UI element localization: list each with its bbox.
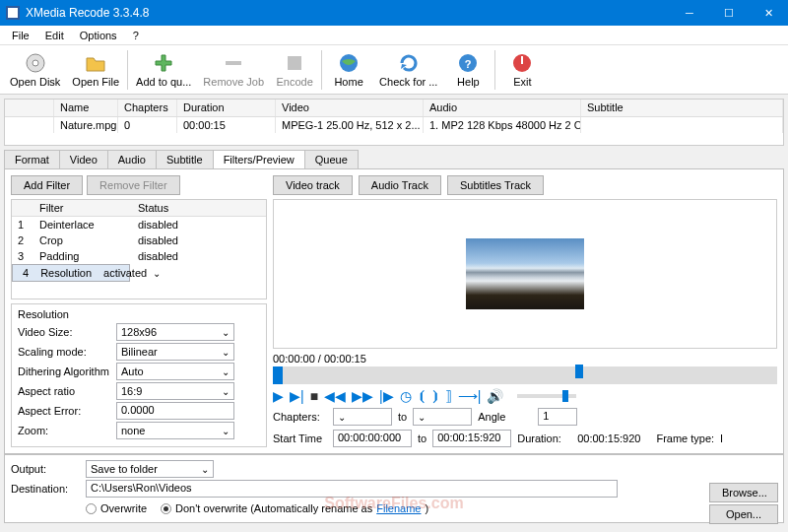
mark-out-icon[interactable]: ⟧ — [445, 388, 452, 404]
folder-icon — [85, 52, 106, 74]
goto-icon[interactable]: ⟶| — [458, 388, 482, 404]
output-panel: Output: Save to folder Destination: C:\U… — [4, 454, 784, 523]
open-file-button[interactable]: Open File — [66, 47, 125, 93]
col-chapters[interactable]: Chapters — [118, 100, 177, 116]
playback-controls: ▶ ▶| ■ ◀◀ ▶▶ |▶ ◷ ⦗ ⦘ ⟧ ⟶| 🔊 — [273, 388, 777, 404]
encode-icon — [284, 52, 305, 74]
menu-help[interactable]: ? — [125, 28, 147, 43]
app-icon — [6, 6, 20, 20]
timeline: 00:00:00 / 00:00:15 — [273, 353, 777, 386]
open-disk-button[interactable]: Open Disk — [4, 47, 66, 93]
subtitles-track-button[interactable]: Subtitles Track — [447, 175, 544, 195]
svg-point-2 — [33, 60, 38, 66]
aspect-ratio-select[interactable]: 16:9 — [116, 382, 234, 400]
toolbar: Open Disk Open File Add to qu... Remove … — [0, 45, 788, 95]
tab-audio[interactable]: Audio — [107, 150, 157, 168]
col-duration[interactable]: Duration — [177, 100, 276, 116]
tab-filters[interactable]: Filters/Preview — [213, 150, 305, 168]
svg-rect-0 — [8, 8, 18, 18]
title-bar: XMedia Recode 3.3.4.8 ─ ☐ ✕ — [0, 0, 788, 26]
start-time-input[interactable]: 00:00:00:000 — [333, 430, 412, 447]
open-button[interactable]: Open... — [709, 504, 778, 524]
add-filter-button[interactable]: Add Filter — [11, 175, 83, 195]
encode-button: Encode — [270, 47, 319, 93]
plus-icon — [153, 52, 174, 74]
play-icon[interactable]: ▶ — [273, 388, 284, 404]
file-table: Name Chapters Duration Video Audio Subti… — [4, 99, 784, 146]
duration-value: 00:00:15:920 — [577, 432, 640, 444]
overwrite-radio[interactable]: Overwrite — [86, 502, 147, 514]
step-icon[interactable]: |▶ — [379, 388, 394, 404]
filter-row[interactable]: 2Cropdisabled — [12, 233, 266, 248]
help-button[interactable]: ?Help — [443, 47, 492, 93]
clock-icon[interactable]: ◷ — [400, 388, 412, 404]
exit-button[interactable]: Exit — [497, 47, 547, 93]
destination-input[interactable]: C:\Users\Ron\Videos — [86, 480, 618, 498]
rewind-icon[interactable]: ◀◀ — [324, 388, 346, 404]
file-row[interactable]: Nature.mpg 0 00:00:15 MPEG-1 25.00 Hz, 5… — [5, 117, 783, 133]
col-video[interactable]: Video — [276, 100, 424, 116]
chapter-from-select[interactable] — [333, 408, 392, 426]
browse-button[interactable]: Browse... — [709, 483, 778, 502]
forward-icon[interactable]: ▶▶ — [352, 388, 373, 404]
seek-slider[interactable] — [273, 366, 777, 384]
svg-text:?: ? — [465, 58, 472, 70]
volume-icon[interactable]: 🔊 — [487, 388, 503, 404]
home-button[interactable]: Home — [324, 47, 373, 93]
tab-format[interactable]: Format — [4, 150, 60, 168]
video-size-select[interactable]: 128x96 — [116, 323, 234, 341]
filter-row[interactable]: 3Paddingdisabled — [12, 248, 266, 264]
time-position: 00:00:00 / 00:00:15 — [273, 353, 366, 365]
dont-overwrite-radio[interactable]: Don't overwrite (Automatically rename as… — [161, 502, 428, 514]
add-queue-button[interactable]: Add to qu... — [130, 47, 197, 93]
mark-in-icon[interactable]: ⦗ — [418, 388, 426, 404]
scaling-mode-select[interactable]: Bilinear — [116, 343, 234, 361]
remove-filter-button: Remove Filter — [87, 175, 179, 195]
zoom-select[interactable]: none — [116, 422, 234, 439]
col-audio[interactable]: Audio — [424, 100, 581, 116]
col-name[interactable]: Name — [54, 100, 118, 116]
filter-row[interactable]: 1Deinterlacedisabled — [12, 217, 266, 233]
video-track-button[interactable]: Video track — [273, 175, 353, 195]
preview-thumbnail — [466, 238, 584, 309]
remove-job-button: Remove Job — [197, 47, 270, 93]
check-updates-button[interactable]: Check for ... — [373, 47, 443, 93]
window-title: XMedia Recode 3.3.4.8 — [26, 6, 670, 20]
tabs: Format Video Audio Subtitle Filters/Prev… — [4, 150, 784, 168]
col-icon[interactable] — [5, 100, 54, 116]
exit-icon — [511, 52, 533, 74]
close-button[interactable]: ✕ — [749, 0, 788, 26]
mark-icon[interactable]: ⦘ — [431, 388, 439, 404]
disk-icon — [25, 52, 46, 74]
col-subtitle[interactable]: Subtitle — [581, 100, 783, 116]
dithering-select[interactable]: Auto — [116, 363, 234, 380]
stop-icon[interactable]: ■ — [310, 388, 318, 404]
preview-area — [273, 199, 777, 349]
svg-rect-3 — [226, 61, 241, 65]
filename-link[interactable]: Filename — [376, 502, 421, 514]
output-mode-select[interactable]: Save to folder — [86, 460, 214, 478]
col-filter[interactable]: Filter — [33, 200, 132, 216]
menu-bar: File Edit Options ? — [0, 26, 788, 45]
main-panel: Add Filter Remove Filter FilterStatus 1D… — [4, 168, 784, 454]
maximize-button[interactable]: ☐ — [709, 0, 749, 26]
aspect-error-input[interactable]: 0.0000 — [116, 402, 234, 420]
tab-subtitle[interactable]: Subtitle — [156, 150, 214, 168]
audio-track-button[interactable]: Audio Track — [359, 175, 441, 195]
tab-video[interactable]: Video — [59, 150, 108, 168]
end-time-input[interactable]: 00:00:15:920 — [432, 430, 511, 447]
filter-row[interactable]: 4Resolutionactivated — [12, 264, 130, 282]
minimize-button[interactable]: ─ — [670, 0, 709, 26]
tab-queue[interactable]: Queue — [304, 150, 359, 168]
angle-input[interactable]: 1 — [538, 408, 577, 426]
menu-options[interactable]: Options — [72, 28, 125, 43]
volume-slider[interactable] — [517, 394, 576, 398]
refresh-icon — [398, 52, 420, 74]
svg-rect-9 — [521, 56, 523, 64]
col-status[interactable]: Status — [132, 200, 266, 216]
minus-icon — [223, 52, 244, 74]
chapter-to-select[interactable] — [413, 408, 472, 426]
menu-edit[interactable]: Edit — [37, 28, 72, 43]
menu-file[interactable]: File — [4, 28, 37, 43]
next-frame-icon[interactable]: ▶| — [290, 388, 304, 404]
